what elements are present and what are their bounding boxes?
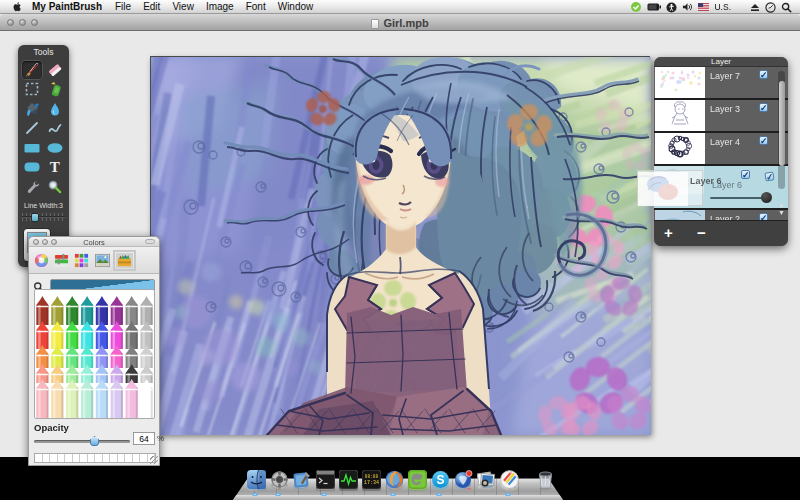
svg-text:88:88: 88:88 xyxy=(365,474,379,479)
svg-text:S: S xyxy=(436,473,444,487)
svg-text:17:34: 17:34 xyxy=(364,480,379,486)
